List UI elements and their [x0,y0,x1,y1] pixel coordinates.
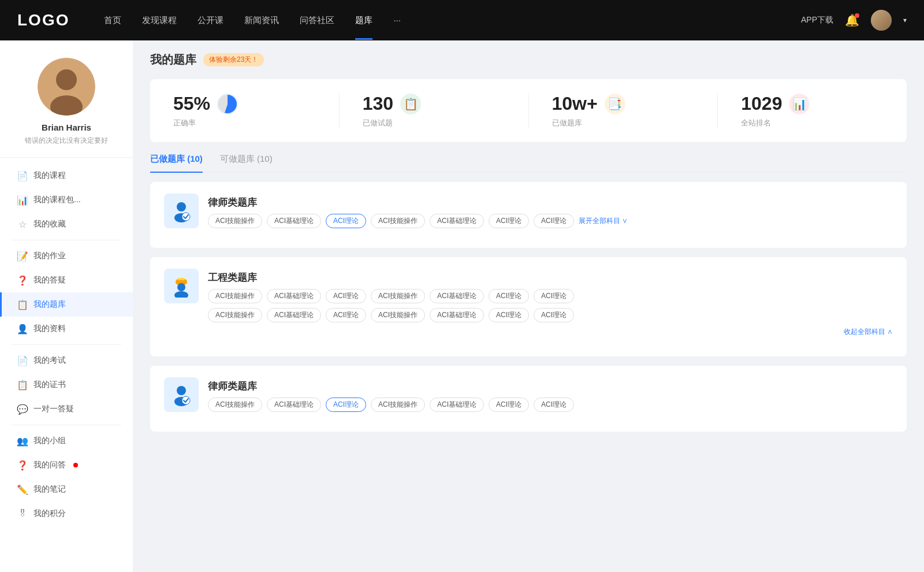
sidebar-divider-1 [12,240,121,240]
question-icon: ❓ [17,275,28,285]
nav-opencourse[interactable]: 公开课 [198,15,223,26]
sidebar-item-profile[interactable]: 👤 我的资料 [0,317,133,341]
tag-aci-1[interactable]: ACI技能操作 [208,214,262,228]
page-title: 我的题库 [150,52,196,68]
stat-accuracy-top: 55% [173,93,316,114]
qa-unread-dot [73,463,78,467]
eng-tag-7[interactable]: ACI理论 [534,289,574,303]
sidebar-item-question[interactable]: ❓ 我的答疑 [0,268,133,292]
tag-aci-5[interactable]: ACI基础理论 [430,214,484,228]
eng-tag2-1[interactable]: ACI技能操作 [208,308,262,322]
eng-tag-5[interactable]: ACI基础理论 [430,289,484,303]
sidebar-item-my-course[interactable]: 📄 我的课程 [0,164,133,188]
tag-aci-3[interactable]: ACI理论 [326,214,366,228]
layout: Brian Harris 错误的决定比没有决定要好 📄 我的课程 📊 我的课程包… [0,40,924,572]
eng-tag2-4[interactable]: ACI技能操作 [371,308,425,322]
nav-qa[interactable]: 问答社区 [300,15,334,26]
user-dropdown-arrow[interactable]: ▾ [903,16,907,24]
app-download-link[interactable]: APP下载 [801,15,833,25]
eng-tag-3[interactable]: ACI理论 [326,289,366,303]
law2-tag-4[interactable]: ACI技能操作 [371,398,425,412]
eng-tag-2[interactable]: ACI基础理论 [267,289,321,303]
eng-tag2-3[interactable]: ACI理论 [326,308,366,322]
qbank-card-header-2: 工程类题库 ACI技能操作 ACI基础理论 ACI理论 ACI技能操作 ACI基… [164,269,893,337]
lawyer-qbank-icon-1 [164,194,199,228]
eng-tag2-7[interactable]: ACI理论 [534,308,574,322]
qbank-icon: 📋 [17,299,28,310]
sidebar-item-label: 我的答疑 [33,275,66,285]
logo: LOGO [17,11,69,29]
sidebar-divider-2 [12,344,121,345]
my-course-icon: 📄 [17,170,28,181]
expand-link-1[interactable]: 展开全部科目 ∨ [579,216,628,226]
eng-tag-4[interactable]: ACI技能操作 [371,289,425,303]
sidebar-item-label: 我的小组 [33,436,66,446]
stat-banks-top: 10w+ 📑 [552,93,695,114]
lawyer-qbank-title-2: 律师类题库 [208,380,574,393]
sidebar-item-homework[interactable]: 📝 我的作业 [0,244,133,268]
engineer-qbank-icon [164,269,199,303]
sidebar-item-group[interactable]: 👥 我的小组 [0,429,133,453]
eng-tag2-5[interactable]: ACI基础理论 [430,308,484,322]
law2-tag-7[interactable]: ACI理论 [534,398,574,412]
tab-available-banks[interactable]: 可做题库 (10) [220,154,273,172]
nav-news[interactable]: 新闻资讯 [244,15,279,26]
tabs-bar: 已做题库 (10) 可做题库 (10) [150,154,907,173]
homework-icon: 📝 [17,251,28,261]
nav-discover[interactable]: 发现课程 [142,15,177,26]
sidebar-item-certificate[interactable]: 📋 我的证书 [0,373,133,397]
avatar[interactable] [871,10,892,31]
header: LOGO 首页 发现课程 公开课 新闻资讯 问答社区 题库 ··· APP下载 … [0,0,924,40]
tag-aci-4[interactable]: ACI技能操作 [371,214,425,228]
stat-rank: 1029 📊 全站排名 [718,93,907,128]
law2-tag-5[interactable]: ACI基础理论 [430,398,484,412]
sidebar-item-1on1[interactable]: 💬 一对一答疑 [0,397,133,421]
svg-point-6 [174,291,188,298]
tab-done-banks[interactable]: 已做题库 (10) [150,154,203,172]
main-content: 我的题库 体验剩余23天！ 55% 正确率 130 📋 已做试题 [133,40,924,572]
sidebar-item-label: 我的题库 [33,299,66,310]
lawyer-qbank-title-1: 律师类题库 [208,196,628,209]
sidebar-item-notes[interactable]: ✏️ 我的笔记 [0,477,133,502]
sidebar-item-course-package[interactable]: 📊 我的课程包... [0,188,133,212]
tag-aci-2[interactable]: ACI基础理论 [267,214,321,228]
law2-tag-2[interactable]: ACI基础理论 [267,398,321,412]
main-nav: 首页 发现课程 公开课 新闻资讯 问答社区 题库 ··· [104,15,801,26]
sidebar-item-label: 我的资料 [33,324,66,334]
collapse-link[interactable]: 收起全部科目 ∧ [208,327,893,337]
stat-done-value: 130 [363,93,393,114]
sidebar-divider-3 [12,425,121,425]
stat-banks-label: 已做题库 [552,118,695,128]
nav-home[interactable]: 首页 [104,15,121,26]
sidebar-item-label: 我的证书 [33,380,66,390]
stat-rank-top: 1029 📊 [741,93,884,114]
law2-tag-6[interactable]: ACI理论 [489,398,529,412]
eng-tag-6[interactable]: ACI理论 [489,289,529,303]
sidebar-item-collection[interactable]: ☆ 我的收藏 [0,212,133,236]
accuracy-icon [217,94,238,114]
tag-aci-6[interactable]: ACI理论 [489,214,529,228]
notification-bell[interactable]: 🔔 [845,13,859,27]
qbank-card-header-1: 律师类题库 ACI技能操作 ACI基础理论 ACI理论 ACI技能操作 ACI基… [164,194,893,228]
eng-tag-1[interactable]: ACI技能操作 [208,289,262,303]
tag-aci-7[interactable]: ACI理论 [534,214,574,228]
sidebar-item-my-qa[interactable]: ❓ 我的问答 [0,453,133,477]
nav-qbank[interactable]: 题库 [355,15,372,26]
qbank-card-lawyer-2: 律师类题库 ACI技能操作 ACI基础理论 ACI理论 ACI技能操作 ACI基… [150,366,907,432]
course-package-icon: 📊 [17,195,28,205]
eng-tag2-6[interactable]: ACI理论 [489,308,529,322]
profile-avatar-image [38,58,95,116]
stat-done-label: 已做试题 [363,118,505,128]
eng-tag2-2[interactable]: ACI基础理论 [267,308,321,322]
sidebar-item-exam[interactable]: 📄 我的考试 [0,348,133,373]
sidebar-menu: 📄 我的课程 📊 我的课程包... ☆ 我的收藏 📝 我的作业 ❓ 我的答疑 � [0,158,133,532]
sidebar-item-points[interactable]: 🎖 我的积分 [0,502,133,526]
stat-accuracy: 55% 正确率 [150,93,340,128]
nav-more[interactable]: ··· [393,15,401,26]
sidebar-item-qbank[interactable]: 📋 我的题库 [0,292,133,317]
sidebar-item-label: 我的笔记 [33,484,66,495]
engineer-tags-row1: ACI技能操作 ACI基础理论 ACI理论 ACI技能操作 ACI基础理论 AC… [208,289,893,303]
qbank-card-header-3: 律师类题库 ACI技能操作 ACI基础理论 ACI理论 ACI技能操作 ACI基… [164,377,893,412]
law2-tag-3[interactable]: ACI理论 [326,398,366,412]
law2-tag-1[interactable]: ACI技能操作 [208,398,262,412]
